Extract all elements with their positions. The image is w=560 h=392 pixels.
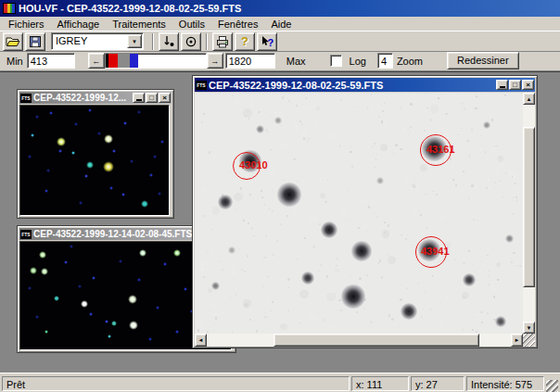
horizontal-scroll-track[interactable] <box>207 334 511 347</box>
noise-speckle <box>360 135 361 136</box>
noise-speckle <box>338 127 339 128</box>
noise-speckle <box>462 294 463 295</box>
noise-speckle <box>352 208 353 209</box>
menu-item-fenetres[interactable]: Fenêtres <box>211 19 264 30</box>
image-canvas[interactable]: 430104316143941 <box>195 93 523 334</box>
noise-speckle <box>217 159 218 160</box>
noise-speckle <box>246 212 247 213</box>
context-help-button[interactable]: ? <box>257 32 277 51</box>
noise-speckle <box>260 317 261 318</box>
vertical-scrollbar[interactable]: ▲ ▼ <box>523 93 535 334</box>
min-input[interactable]: 413 <box>27 53 75 69</box>
photometry-tool-button[interactable] <box>181 32 201 51</box>
help-button[interactable]: ? <box>235 32 255 51</box>
dropdown-arrow-icon[interactable]: ▼ <box>127 34 142 48</box>
maximize-button[interactable]: □ <box>146 93 158 103</box>
thumb1-title-bar[interactable]: FTS CEP-43522-1999-12... □ × <box>19 92 172 104</box>
noise-speckle <box>220 260 222 262</box>
scroll-left-button[interactable]: ◄ <box>195 334 207 347</box>
star <box>39 251 45 258</box>
noise-speckle <box>452 165 453 167</box>
save-button[interactable] <box>25 32 45 51</box>
noise-speckle <box>421 316 423 318</box>
menu-item-affichage[interactable]: Affichage <box>51 19 107 30</box>
horizontal-scroll-thumb[interactable] <box>274 334 479 347</box>
vertical-scroll-track[interactable] <box>523 105 535 322</box>
contrast-gradient-strip[interactable] <box>105 53 207 69</box>
noise-speckle <box>478 117 480 119</box>
redraw-button[interactable]: Redessiner <box>447 52 519 70</box>
noise-speckle <box>206 164 208 166</box>
minimize-button[interactable] <box>133 93 145 103</box>
gradient-segment <box>118 54 130 68</box>
noise-speckle <box>200 234 202 236</box>
noise-speckle <box>514 183 515 184</box>
print-button[interactable] <box>212 32 233 51</box>
statusbar-resize-grip[interactable] <box>546 380 558 392</box>
noise-speckle <box>420 214 422 216</box>
max-input[interactable]: 1820 <box>225 53 275 69</box>
star <box>35 115 39 119</box>
pointer-tool-button[interactable] <box>159 32 179 51</box>
noise-speckle <box>334 103 336 105</box>
noise-speckle <box>228 326 230 328</box>
viewer-title-bar[interactable]: FTS CEP-43522-1999-12-08-02-25-59.FTS □ … <box>195 78 535 92</box>
noise-speckle <box>277 262 280 265</box>
noise-speckle <box>367 231 368 232</box>
noise-speckle <box>330 274 331 275</box>
maximize-button[interactable]: □ <box>509 80 521 90</box>
noise-speckle <box>387 254 388 255</box>
close-button[interactable]: × <box>522 80 534 90</box>
noise-speckle <box>425 133 426 134</box>
title-bar[interactable]: HOU-VF - CEP-43522-1999-12-08-02-25-59.F… <box>0 0 560 17</box>
noise-speckle <box>417 282 419 284</box>
log-checkbox[interactable] <box>330 55 342 67</box>
vertical-scroll-thumb[interactable] <box>523 127 535 287</box>
noise-speckle <box>455 184 457 186</box>
scroll-down-button[interactable]: ▼ <box>523 322 535 334</box>
open-button[interactable] <box>3 32 23 51</box>
star <box>70 245 73 248</box>
noise-speckle <box>263 276 264 277</box>
noise-speckle <box>294 163 296 165</box>
noise-speckle <box>345 102 346 103</box>
thumbnail-window-1[interactable]: FTS CEP-43522-1999-12... □ × <box>17 89 174 219</box>
scroll-right-button[interactable]: ► <box>511 334 523 347</box>
close-button[interactable]: × <box>159 93 171 103</box>
noise-speckle <box>202 107 204 109</box>
resize-grip[interactable] <box>523 334 535 347</box>
zoom-input[interactable]: 4 <box>377 53 393 69</box>
noise-speckle <box>197 329 200 332</box>
toolbar-separator <box>206 33 208 50</box>
noise-speckle <box>244 271 246 272</box>
noise-mottle <box>490 148 497 155</box>
noise-speckle <box>395 191 396 192</box>
noise-speckle <box>326 275 328 277</box>
noise-speckle <box>338 299 340 301</box>
noise-speckle <box>304 237 306 239</box>
colormap-select[interactable]: IGREY ▼ <box>51 32 144 50</box>
noise-speckle <box>259 312 261 314</box>
range-left-button[interactable]: ← <box>88 53 105 69</box>
noise-speckle <box>261 196 263 198</box>
star <box>137 110 141 114</box>
star-blob <box>211 282 220 290</box>
minimize-button[interactable] <box>496 80 508 90</box>
menu-item-aide[interactable]: Aide <box>264 19 298 30</box>
noise-speckle <box>471 129 473 131</box>
noise-speckle <box>515 131 515 132</box>
noise-speckle <box>336 258 337 259</box>
viewer-window[interactable]: FTS CEP-43522-1999-12-08-02-25-59.FTS □ … <box>192 75 538 348</box>
starfield-thumbnail-1[interactable] <box>19 105 170 216</box>
noise-speckle <box>447 170 449 171</box>
menu-item-outils[interactable]: Outils <box>172 19 211 30</box>
menu-item-fichiers[interactable]: Fichiers <box>2 19 51 30</box>
noise-speckle <box>265 287 266 288</box>
noise-mottle <box>306 137 311 142</box>
scroll-up-button[interactable]: ▲ <box>523 93 535 105</box>
range-right-button[interactable]: → <box>207 53 223 69</box>
horizontal-scrollbar[interactable]: ◄ ► <box>195 334 523 347</box>
noise-speckle <box>392 222 393 223</box>
noise-mottle <box>454 135 459 140</box>
menu-item-traitements[interactable]: Traitements <box>106 19 172 30</box>
